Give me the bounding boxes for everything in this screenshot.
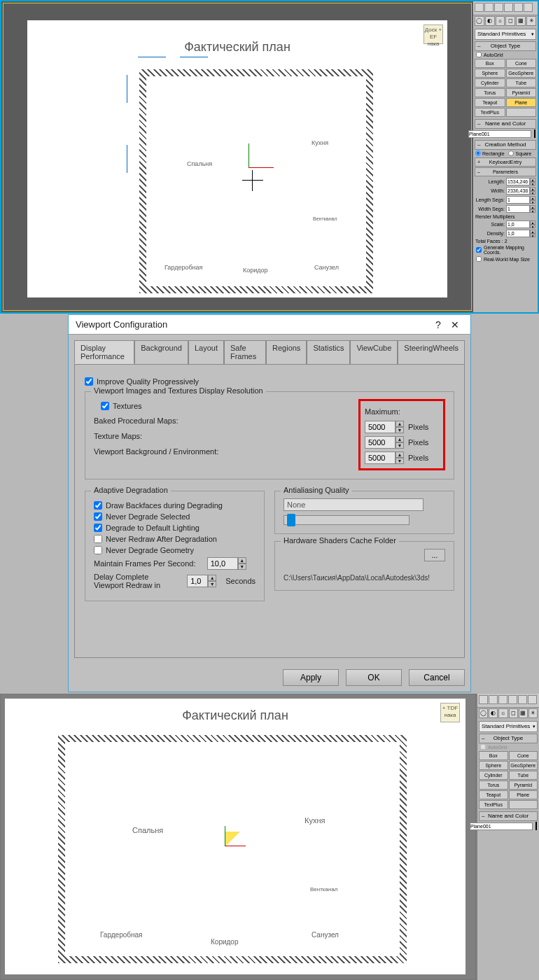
keyboard-entry-rollout[interactable]: KeyboardEntry	[475, 158, 536, 167]
cameras-icon[interactable]: ◻	[505, 16, 515, 26]
object-type-header[interactable]: Object Type	[479, 734, 538, 743]
obj-btn-cylinder[interactable]: Cylinder	[479, 771, 508, 780]
tool-icon[interactable]	[479, 695, 488, 704]
tab-regions[interactable]: Regions	[266, 340, 307, 364]
obj-btn-box[interactable]: Box	[479, 751, 508, 760]
lights-icon[interactable]: ☼	[496, 16, 505, 26]
spinner-up-icon[interactable]: ▲	[396, 451, 404, 458]
obj-btn-geosphere[interactable]: GeoSphere	[506, 69, 537, 78]
obj-btn-pyramid[interactable]: Pyramid	[506, 88, 537, 97]
tool-icon[interactable]	[484, 3, 493, 12]
baked-input[interactable]	[365, 421, 396, 433]
obj-btn-sphere[interactable]: Sphere	[479, 761, 508, 770]
tool-icon[interactable]	[504, 3, 513, 12]
obj-btn-teapot[interactable]: Teapot	[475, 98, 505, 107]
primitive-set-dropdown[interactable]: Standard Primitives	[475, 29, 536, 40]
helpers-icon[interactable]: ▦	[516, 16, 526, 26]
primitive-set-dropdown[interactable]: Standard Primitives	[479, 721, 538, 732]
name-color-header[interactable]: Name and Color	[475, 119, 536, 129]
tab-layout[interactable]: Layout	[188, 340, 224, 364]
draw-backfaces-checkbox[interactable]	[94, 501, 102, 510]
length-input[interactable]	[506, 178, 530, 186]
width-segs-input[interactable]	[506, 205, 530, 213]
spinner-up-icon[interactable]: ▲	[396, 421, 404, 427]
never-degrade-sel-checkbox[interactable]	[94, 512, 102, 521]
width-input[interactable]	[506, 187, 530, 195]
spinner-down-icon[interactable]: ▼	[530, 191, 536, 195]
spinner-down-icon[interactable]: ▼	[208, 581, 216, 587]
degrade-default-checkbox[interactable]	[94, 524, 102, 532]
aa-slider[interactable]	[284, 515, 410, 525]
realworld-checkbox[interactable]	[476, 256, 482, 262]
tab-statistics[interactable]: Statistics	[307, 340, 350, 364]
apply-button[interactable]: Apply	[283, 669, 339, 686]
geometry-icon[interactable]: ◯	[475, 16, 484, 26]
tool-icon[interactable]	[494, 3, 503, 12]
never-degrade-geo-checkbox[interactable]	[94, 546, 102, 554]
slider-thumb-icon[interactable]	[287, 514, 295, 526]
scale-input[interactable]	[506, 220, 530, 228]
dialog-titlebar[interactable]: Viewport Configuration ? ✕	[69, 315, 470, 335]
help-button[interactable]: ?	[430, 319, 447, 330]
browse-button[interactable]: ...	[424, 549, 445, 561]
shapes-icon[interactable]: ◐	[485, 16, 495, 26]
object-name-input[interactable]	[470, 822, 533, 830]
density-input[interactable]	[506, 230, 530, 237]
obj-btn-torus[interactable]: Torus	[479, 780, 508, 790]
radio-rectangle[interactable]	[475, 150, 481, 156]
spinner-down-icon[interactable]: ▼	[396, 427, 404, 433]
viewport-frame[interactable]: etric ] [ Edged Faces ] Фактический план…	[0, 694, 476, 980]
tool-icon[interactable]	[489, 695, 498, 704]
tool-icon[interactable]	[498, 695, 507, 704]
tab-steeringwheels[interactable]: SteeringWheels	[398, 340, 465, 364]
radio-square[interactable]	[508, 150, 514, 156]
tool-icon[interactable]	[528, 695, 537, 704]
shapes-icon[interactable]: ◐	[489, 708, 498, 718]
autogrid-checkbox[interactable]	[476, 52, 482, 57]
helpers-icon[interactable]: ▦	[519, 708, 528, 718]
spinner-down-icon[interactable]: ▼	[396, 458, 404, 464]
obj-btn-geosphere[interactable]: GeoSphere	[509, 761, 538, 770]
viewcube-lightbulb-icon[interactable]: Доск + EF нака	[424, 24, 443, 44]
spinner-up-icon[interactable]: ▲	[208, 575, 216, 581]
close-button[interactable]: ✕	[447, 319, 463, 330]
length-segs-input[interactable]	[506, 196, 530, 204]
gen-mapping-checkbox[interactable]	[476, 247, 482, 253]
viewcube-lightbulb-icon[interactable]: + TDF нака	[440, 703, 460, 722]
spinner-up-icon[interactable]: ▲	[238, 557, 246, 564]
tab-background[interactable]: Background	[134, 340, 188, 364]
tool-icon[interactable]	[518, 695, 527, 704]
tool-icon[interactable]	[508, 695, 517, 704]
object-type-header[interactable]: Object Type	[475, 41, 536, 51]
cancel-button[interactable]: Cancel	[409, 669, 465, 686]
improve-quality-checkbox[interactable]	[85, 377, 93, 386]
tab-safe-frames[interactable]: Safe Frames	[224, 340, 266, 364]
ok-button[interactable]: OK	[346, 669, 402, 686]
vpbg-input[interactable]	[365, 451, 396, 464]
spinner-down-icon[interactable]: ▼	[530, 209, 536, 214]
fps-input[interactable]	[207, 557, 238, 570]
textures-checkbox[interactable]	[101, 402, 109, 410]
tool-icon[interactable]	[475, 3, 484, 12]
obj-btn-textplus[interactable]: TextPlus	[475, 108, 505, 117]
spacewarps-icon[interactable]: ✳	[526, 16, 536, 26]
obj-btn-pyramid[interactable]: Pyramid	[509, 780, 538, 790]
spinner-up-icon[interactable]: ▲	[396, 436, 404, 442]
spinner-down-icon[interactable]: ▼	[238, 564, 246, 570]
parameters-rollout[interactable]: Parameters	[475, 167, 536, 176]
texmaps-input[interactable]	[365, 436, 396, 449]
obj-btn-cone[interactable]: Cone	[506, 59, 537, 68]
obj-btn-tube[interactable]: Tube	[509, 771, 538, 780]
spinner-down-icon[interactable]: ▼	[396, 442, 404, 449]
obj-btn-torus[interactable]: Torus	[475, 88, 505, 97]
lights-icon[interactable]: ☼	[498, 708, 507, 718]
obj-btn-plane[interactable]: Plane	[506, 98, 537, 107]
viewport-frame[interactable]: Фактический план Спальня Кухня Гардеробн…	[3, 3, 472, 311]
spinner-down-icon[interactable]: ▼	[530, 182, 536, 186]
obj-btn-cylinder[interactable]: Cylinder	[475, 78, 505, 88]
color-swatch[interactable]	[536, 822, 537, 830]
tool-icon[interactable]	[514, 3, 523, 12]
obj-btn-sphere[interactable]: Sphere	[475, 69, 505, 78]
spacewarps-icon[interactable]: ✳	[528, 708, 538, 718]
obj-btn-box[interactable]: Box	[475, 59, 505, 68]
